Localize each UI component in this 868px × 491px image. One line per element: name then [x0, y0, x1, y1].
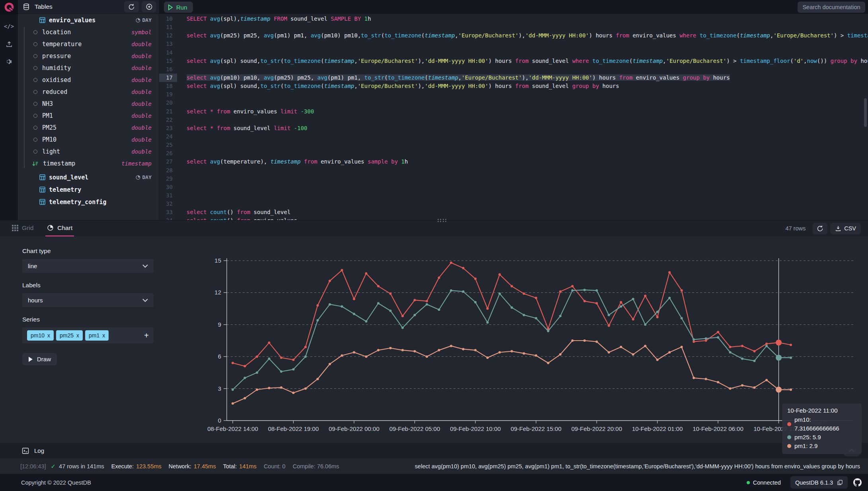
editor-line[interactable]: 22 [159, 116, 868, 124]
editor-line[interactable]: 31 [159, 191, 868, 200]
data-point [693, 377, 695, 379]
questdb-logo-icon [3, 2, 15, 13]
editor-line[interactable]: 29 [159, 175, 868, 183]
table-icon [39, 187, 45, 193]
line-number: 18 [159, 82, 177, 90]
editor-line[interactable]: 20 [159, 99, 868, 107]
network-value: 17.45ms [194, 463, 216, 470]
editor-line[interactable]: 21select * from enviro_values limit -300 [159, 107, 868, 116]
refresh-results-button[interactable] [813, 223, 827, 234]
column-icon [33, 90, 37, 94]
table-row[interactable]: telemetry [18, 183, 159, 196]
add-table-button[interactable] [142, 1, 156, 12]
data-point [426, 300, 428, 302]
refresh-tables-button[interactable] [124, 1, 139, 12]
tab-grid[interactable]: Grid [10, 220, 35, 237]
y-axis-label: 3 [218, 385, 221, 392]
column-row[interactable]: PM10double [18, 134, 159, 146]
download-csv-button[interactable]: CSV [830, 223, 861, 234]
column-row[interactable]: NH3double [18, 98, 159, 110]
editor-line[interactable]: 17select avg(pm10) pm10, avg(pm25) pm25,… [159, 74, 868, 82]
x-axis-label: 09-Feb-2022 00:00 [329, 425, 380, 432]
upload-icon [6, 41, 13, 48]
editor-line[interactable]: 15select avg(spl) sound,to_str(to_timezo… [159, 57, 868, 65]
column-row[interactable]: oxidiseddouble [18, 74, 159, 86]
sql-editor[interactable]: 10SELECT avg(spl),timestamp FROM sound_l… [159, 14, 868, 220]
data-point [317, 378, 319, 380]
editor-line[interactable]: 23select * from sound_level limit -100 [159, 124, 868, 132]
column-row[interactable]: PM25double [18, 122, 159, 134]
search-documentation-placeholder: Search documentation [802, 4, 860, 10]
column-row[interactable]: reduceddouble [18, 86, 159, 98]
success-check-icon: ✓ [51, 463, 56, 470]
line-number: 28 [159, 166, 177, 175]
editor-line[interactable]: 13 [159, 40, 868, 48]
code-editor-nav-icon[interactable]: </> [0, 17, 18, 35]
github-icon[interactable] [853, 478, 862, 487]
y-axis-label: 6 [218, 353, 221, 360]
collapse-log-button[interactable] [844, 445, 860, 456]
run-button[interactable]: Run [164, 2, 193, 13]
line-number: 15 [159, 57, 177, 65]
editor-line[interactable]: 19 [159, 90, 868, 99]
editor-line[interactable]: 18select avg(spl) sound,to_str(to_timezo… [159, 82, 868, 90]
line-number: 30 [159, 183, 177, 191]
data-point [244, 377, 246, 379]
column-row[interactable]: locationsymbol [18, 26, 159, 38]
column-row[interactable]: timestamptimestamp [18, 158, 159, 170]
grid-icon [12, 225, 18, 231]
column-row[interactable]: pressuredouble [18, 50, 159, 62]
data-point [401, 349, 404, 351]
pie-chart-icon [47, 224, 54, 231]
data-point [329, 303, 331, 306]
editor-line[interactable]: 34select count() from enviro_values [159, 216, 868, 220]
editor-line[interactable]: 11 [159, 23, 868, 31]
table-row[interactable]: telemetry_config [18, 196, 159, 208]
editor-line[interactable]: 30 [159, 183, 868, 191]
editor-scrollbar[interactable] [864, 98, 867, 127]
line-chart[interactable]: 0369121508-Feb-2022 14:0008-Feb-2022 19:… [0, 236, 868, 443]
data-point [729, 346, 732, 348]
data-point [776, 355, 782, 360]
editor-line[interactable]: 32 [159, 200, 868, 208]
line-number: 33 [159, 208, 177, 216]
status-bar: [12:06:43] ✓ 47 rows in 141ms Execute: 1… [0, 458, 868, 474]
editor-line[interactable]: 10SELECT avg(spl),timestamp FROM sound_l… [159, 15, 868, 23]
search-documentation-input[interactable]: Search documentation [798, 2, 865, 13]
column-name: timestamp [43, 160, 121, 167]
top-bar: Tables Run Search documentation [0, 0, 868, 14]
editor-line[interactable]: 12select avg(pm25) pm25, avg(pm1) pm1, a… [159, 31, 868, 40]
data-point [438, 349, 440, 351]
data-point [741, 345, 743, 347]
column-name: light [42, 148, 131, 155]
editor-line[interactable]: 24 [159, 132, 868, 141]
editor-line[interactable]: 33select count() from sound_level [159, 208, 868, 216]
editor-line[interactable]: 28 [159, 166, 868, 175]
questdb-logo[interactable] [0, 0, 18, 14]
data-point [523, 352, 525, 355]
column-row[interactable]: humiditydouble [18, 62, 159, 74]
editor-line[interactable]: 14 [159, 49, 868, 57]
data-point [620, 305, 622, 308]
data-point [571, 289, 574, 292]
table-row[interactable]: sound_levelDAY [18, 171, 159, 183]
editor-line[interactable]: 27select avg(temperature), timestamp fro… [159, 158, 868, 166]
column-row[interactable]: lightdouble [18, 146, 159, 158]
gear-icon [5, 58, 13, 66]
copy-icon [837, 479, 843, 485]
import-nav-icon[interactable] [0, 35, 18, 53]
column-row[interactable]: PM1double [18, 110, 159, 122]
tab-grid-label: Grid [22, 224, 33, 232]
column-row[interactable]: temperaturedouble [18, 38, 159, 50]
tab-chart[interactable]: Chart [45, 220, 74, 237]
editor-line[interactable]: 16 [159, 65, 868, 74]
version-pill[interactable]: QuestDB 6.1.3 [790, 476, 848, 489]
panel-resize-handle[interactable] [437, 218, 447, 222]
table-row[interactable]: enviro_valuesDAY [18, 14, 159, 26]
data-point [559, 315, 562, 317]
settings-nav-icon[interactable] [0, 53, 18, 71]
x-axis-label: 09-Feb-2022 15:00 [511, 425, 562, 432]
editor-line[interactable]: 26 [159, 149, 868, 158]
editor-line[interactable]: 25 [159, 141, 868, 149]
data-point [365, 355, 368, 358]
